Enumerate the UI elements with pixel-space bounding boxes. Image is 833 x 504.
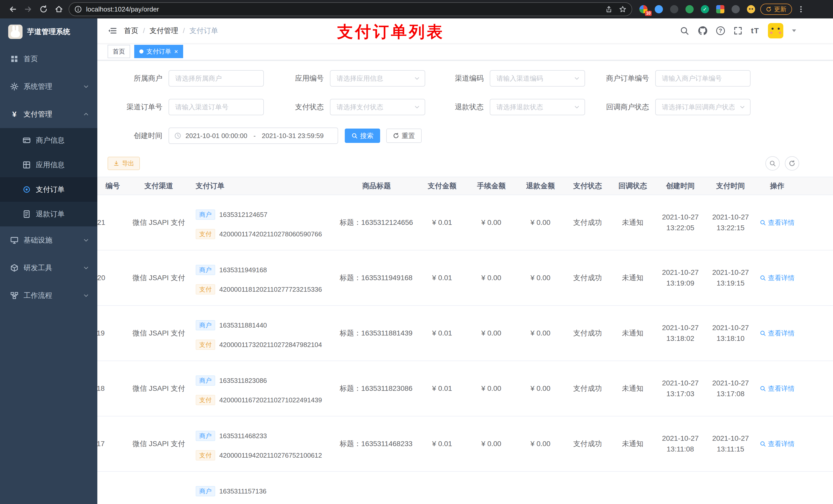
url-bar[interactable]: localhost:1024/pay/order: [69, 2, 632, 16]
back-icon[interactable]: [5, 2, 21, 17]
breadcrumb-payment[interactable]: 支付管理: [149, 26, 178, 35]
search-button[interactable]: 搜索: [345, 128, 380, 143]
pay-time-cell: 2021-10-27 13:19:15: [706, 267, 756, 289]
pay-status-select[interactable]: [330, 99, 425, 115]
github-icon[interactable]: [698, 26, 708, 35]
refund-status-select[interactable]: [490, 99, 585, 115]
sidebar-toggle-icon[interactable]: [105, 24, 119, 38]
pay-time-cell: 2021-10-27 13:11:15: [706, 433, 756, 455]
date-start[interactable]: 2021-10-01 00:00:00: [186, 132, 247, 140]
order-id-cell: 120: [97, 274, 128, 282]
view-detail-link[interactable]: 查看详情: [760, 329, 794, 338]
extension-icon-3[interactable]: [670, 5, 678, 13]
extension-icon-6[interactable]: [716, 5, 724, 13]
home-icon[interactable]: [51, 2, 67, 17]
site-info-icon[interactable]: [74, 5, 82, 13]
reset-button[interactable]: 重置: [386, 128, 422, 143]
app-title: 芋道管理系统: [27, 27, 70, 37]
toggle-search-button[interactable]: [765, 156, 780, 171]
refresh-button[interactable]: [785, 156, 799, 171]
pay-channel-cell: 微信 JSAPI 支付: [128, 384, 190, 393]
merchant-order-no: 1635311823086: [219, 377, 267, 385]
date-end[interactable]: 2021-10-31 23:59:59: [262, 132, 324, 140]
sidebar-item-app-info[interactable]: 应用信息: [0, 153, 97, 177]
view-detail-link[interactable]: 查看详情: [760, 384, 794, 393]
callback-status-select[interactable]: [655, 99, 751, 115]
create-date: 2021-10-27: [662, 212, 698, 222]
sidebar-item-label: 支付管理: [24, 110, 52, 119]
filter-label: 渠道订单号: [108, 102, 169, 112]
browser-update-button[interactable]: 更新: [760, 4, 792, 15]
product-title-cell: 标题：1635311823086: [336, 384, 418, 393]
refund-amount-cell: ¥ 0.00: [516, 329, 565, 337]
merchant-filter: [169, 70, 264, 87]
merchant-order-no: 1635311468233: [219, 432, 267, 440]
sidebar-item-label: 商户信息: [36, 136, 65, 145]
merchant-select[interactable]: [169, 70, 264, 87]
user-avatar[interactable]: [768, 23, 783, 39]
channel-code-select[interactable]: [490, 70, 585, 87]
font-size-icon[interactable]: tT: [751, 26, 759, 35]
tab-home[interactable]: 首页: [108, 45, 130, 58]
callback-status-filter: [655, 99, 751, 115]
sidebar-item-refund-order[interactable]: 退款订单: [0, 202, 97, 226]
tab-pay-order[interactable]: 支付订单 ×: [134, 45, 183, 58]
profile-avatar[interactable]: [747, 5, 755, 13]
reload-icon[interactable]: [36, 2, 51, 17]
app-logo[interactable]: 芋道管理系统: [0, 19, 97, 45]
pay-amount-cell: ¥ 0.01: [418, 274, 467, 282]
extension-icon-2[interactable]: [655, 5, 663, 13]
merchant-order-no-input[interactable]: [655, 70, 751, 87]
fullscreen-icon[interactable]: [734, 26, 742, 35]
app-select[interactable]: [330, 70, 425, 87]
filter-label: 应用编号: [264, 73, 330, 83]
extension-icon-1[interactable]: 10: [639, 5, 647, 13]
sidebar-item-home[interactable]: 首页: [0, 45, 97, 73]
create-time-range[interactable]: 2021-10-01 00:00:00 - 2021-10-31 23:59:5…: [169, 127, 338, 144]
refund-amount-cell: ¥ 0.00: [516, 384, 565, 392]
create-time: 13:18:02: [667, 333, 694, 344]
avatar-caret-icon[interactable]: [792, 29, 796, 32]
channel-order-no-input[interactable]: [169, 99, 264, 115]
breadcrumb-separator: /: [183, 27, 185, 35]
view-detail-link[interactable]: 查看详情: [760, 218, 794, 227]
extension-icon-4[interactable]: [686, 5, 694, 13]
pay-tag: 支付: [196, 229, 215, 239]
orders-table: 编号 支付渠道 支付订单 商品标题 支付金额 手续金额 退款金额 支付状态 回调…: [97, 177, 833, 504]
sidebar-item-merchant-info[interactable]: 商户信息: [0, 128, 97, 153]
forward-icon[interactable]: [21, 2, 36, 17]
search-icon[interactable]: [680, 26, 689, 35]
extension-icon-7[interactable]: [732, 5, 740, 13]
url-text[interactable]: localhost:1024/pay/order: [86, 5, 599, 13]
view-detail-link[interactable]: 查看详情: [760, 439, 794, 449]
browser-menu-icon[interactable]: [797, 5, 805, 13]
fee-amount-cell: ¥ 0.00: [467, 274, 516, 282]
sidebar-item-label: 基础设施: [24, 235, 52, 245]
dashboard-icon: [10, 55, 19, 63]
merchant-tag: 商户: [196, 265, 215, 275]
create-time: 13:17:03: [667, 388, 694, 399]
sidebar-item-pay-order[interactable]: 支付订单: [0, 177, 97, 202]
share-icon[interactable]: [605, 5, 613, 13]
extension-icon-5[interactable]: ✓: [701, 5, 709, 13]
pay-date: 2021-10-27: [712, 212, 749, 222]
close-icon[interactable]: ×: [174, 48, 178, 55]
help-icon[interactable]: ?: [716, 26, 725, 35]
order-id-cell: 119: [97, 329, 128, 337]
sidebar-item-system[interactable]: 系统管理: [0, 73, 97, 100]
callback-status-cell: 未通知: [610, 273, 655, 283]
breadcrumb-home[interactable]: 首页: [124, 26, 138, 35]
view-detail-link[interactable]: 查看详情: [760, 273, 794, 283]
sidebar-item-payment[interactable]: ¥ 支付管理: [0, 100, 97, 128]
pay-order-no: 4200001174202110278060590766: [219, 230, 322, 238]
pay-date: 2021-10-27: [712, 433, 749, 444]
sidebar-item-infrastructure[interactable]: 基础设施: [0, 226, 97, 254]
chevron-down-icon: [83, 265, 89, 271]
sidebar-item-dev-tools[interactable]: 研发工具: [0, 254, 97, 282]
export-button[interactable]: 导出: [108, 157, 140, 170]
action-cell: 查看详情: [756, 218, 833, 227]
sidebar-item-workflow[interactable]: 工作流程: [0, 282, 97, 309]
view-detail-label: 查看详情: [768, 439, 794, 449]
pay-order-cell: 商户 1635311157136 支付: [190, 472, 336, 504]
bookmark-star-icon[interactable]: [619, 5, 626, 13]
